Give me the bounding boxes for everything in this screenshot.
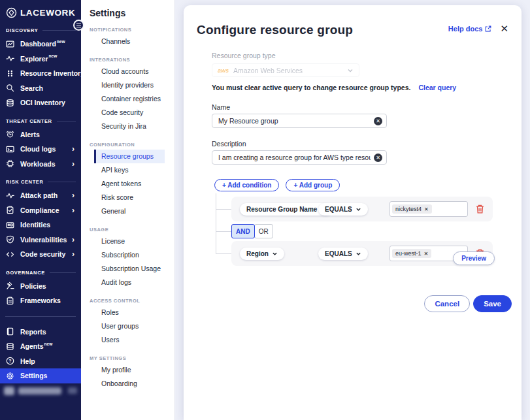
settings-section-label: NOTIFICATIONS: [90, 27, 174, 33]
sidebar-item-reports[interactable]: Reports: [0, 325, 81, 340]
settings-nav-title: Settings: [90, 8, 174, 18]
sidebar-item-explorer[interactable]: Explorer new: [0, 52, 81, 67]
settings-nav-item-general[interactable]: General: [94, 204, 174, 218]
tag-remove-icon[interactable]: ✕: [424, 251, 429, 257]
sidebar-item-code-security[interactable]: Code security ›: [0, 247, 81, 262]
logic-and-button[interactable]: AND: [231, 224, 255, 238]
chevron-down-icon: [347, 67, 354, 74]
oci-inventory-icon: [6, 99, 14, 107]
settings-nav-item-license[interactable]: License: [94, 234, 174, 248]
sidebar-section-label: RISK CENTER: [6, 179, 43, 185]
settings-nav-item-my-profile[interactable]: My profile: [94, 363, 174, 377]
add-group-button[interactable]: + Add group: [286, 179, 340, 191]
new-badge: new: [49, 54, 58, 58]
sidebar-item-compliance[interactable]: Compliance ›: [0, 203, 81, 218]
logic-operator-toggle: ANDOR: [231, 224, 508, 238]
chevron-right-icon: ›: [72, 192, 81, 199]
settings-nav-item-code-security[interactable]: Code security: [94, 106, 174, 120]
chevron-right-icon: ›: [72, 251, 81, 257]
workloads-icon: [6, 159, 14, 168]
close-icon[interactable]: ✕: [500, 25, 508, 33]
tag-remove-icon[interactable]: ✕: [424, 206, 429, 212]
svg-text:?: ?: [8, 359, 11, 363]
save-button[interactable]: Save: [473, 295, 512, 312]
settings-nav-item-identity-providers[interactable]: Identity providers: [94, 78, 174, 92]
settings-nav: Settings NOTIFICATIONS Channels INTEGRAT…: [81, 0, 175, 420]
name-input[interactable]: [212, 114, 387, 128]
clear-description-icon[interactable]: ✕: [374, 153, 382, 162]
logic-or-button[interactable]: OR: [254, 224, 273, 238]
cancel-button[interactable]: Cancel: [424, 295, 470, 312]
sidebar-item-alerts[interactable]: Alerts: [0, 127, 81, 142]
settings-nav-item-channels[interactable]: Channels: [94, 35, 174, 48]
description-label: Description: [212, 140, 508, 148]
sidebar-item-resource-inventory[interactable]: Resource Inventory: [0, 66, 81, 81]
new-badge: new: [44, 342, 53, 346]
sidebar-item-oci-inventory[interactable]: OCI Inventory: [0, 95, 81, 110]
settings-nav-item-api-keys[interactable]: API keys: [94, 163, 174, 177]
policies-icon: [6, 282, 14, 290]
help-docs-link[interactable]: Help docs: [448, 25, 492, 33]
sidebar-item-frameworks[interactable]: Frameworks: [0, 293, 81, 308]
condition-operator-select[interactable]: EQUALS: [318, 248, 368, 260]
sidebar-item-attack-path[interactable]: Attack path ›: [0, 188, 81, 203]
chevron-down-icon: [356, 206, 361, 212]
sidebar-divider: [5, 316, 76, 317]
settings-nav-item-resource-groups[interactable]: Resource groups: [94, 150, 165, 163]
sidebar-item-vulnerabilities[interactable]: Vulnerabilities ›: [0, 233, 81, 248]
settings-nav-item-onboarding[interactable]: Onboarding: [94, 377, 174, 391]
settings-nav-item-risk-score[interactable]: Risk score: [94, 191, 174, 204]
settings-nav-item-subscription[interactable]: Subscription: [94, 248, 174, 262]
sidebar-collapse-button[interactable]: [73, 20, 84, 31]
sidebar-item-policies[interactable]: Policies: [0, 279, 81, 294]
clear-query-link[interactable]: Clear query: [418, 84, 456, 91]
reports-icon: [6, 327, 14, 336]
condition-value-input[interactable]: nickytest4 ✕: [389, 201, 468, 217]
sidebar-item-agents[interactable]: Agents new: [0, 339, 81, 354]
sidebar-item-search[interactable]: Search: [0, 81, 81, 96]
name-label: Name: [212, 103, 508, 111]
value-tag: nickytest4 ✕: [392, 204, 432, 214]
lacework-logo-icon: [6, 7, 17, 18]
sidebar-item-identities[interactable]: Identities: [0, 218, 81, 233]
user-account-redacted[interactable]: [0, 383, 81, 395]
frameworks-icon: [6, 297, 14, 305]
sidebar-item-workloads[interactable]: Workloads ›: [0, 157, 81, 172]
sidebar-item-settings[interactable]: Settings: [0, 368, 81, 383]
settings-nav-item-audit-logs[interactable]: Audit logs: [94, 276, 174, 289]
clear-query-warning: You must clear active query to change re…: [212, 84, 410, 91]
lacework-logo[interactable]: LACEWORK: [0, 0, 81, 18]
settings-section-label: MY SETTINGS: [90, 355, 174, 361]
code-security-icon: [6, 250, 14, 259]
trash-icon: [475, 204, 485, 214]
vulnerabilities-icon: [6, 235, 14, 244]
description-input[interactable]: [212, 150, 387, 165]
resource-group-type-select[interactable]: aws Amazon Web Services: [212, 63, 359, 77]
value-tag: eu-west-1 ✕: [392, 249, 431, 258]
settings-nav-item-agent-tokens[interactable]: Agent tokens: [94, 177, 174, 191]
page-title: Configure resource group: [197, 23, 353, 37]
condition-row: Resource Group Name EQUALS nickytest4 ✕: [231, 197, 493, 221]
settings-nav-item-cloud-accounts[interactable]: Cloud accounts: [94, 65, 174, 78]
settings-nav-item-subscription-usage[interactable]: Subscription Usage: [94, 262, 174, 276]
settings-nav-item-user-groups[interactable]: User groups: [94, 319, 174, 333]
condition-field-select[interactable]: Region: [240, 248, 284, 260]
help-icon: ?: [6, 357, 14, 365]
clear-name-icon[interactable]: ✕: [374, 117, 382, 125]
chevron-right-icon: ›: [72, 207, 81, 214]
settings-nav-item-security-in-jira[interactable]: Security in Jira: [94, 120, 174, 133]
sidebar-item-help[interactable]: ? Help: [0, 354, 81, 369]
search-icon: [6, 84, 14, 92]
settings-nav-item-roles[interactable]: Roles: [94, 306, 174, 319]
delete-condition-button[interactable]: [475, 204, 485, 214]
resource-inventory-icon: [6, 69, 14, 78]
add-condition-button[interactable]: + Add condition: [214, 179, 279, 191]
settings-section-label: USAGE: [90, 227, 174, 233]
sidebar-item-dashboard[interactable]: Dashboard new: [0, 37, 81, 52]
settings-nav-item-users[interactable]: Users: [94, 333, 174, 347]
chevron-down-icon: [356, 251, 361, 257]
preview-button[interactable]: Preview: [453, 251, 495, 265]
settings-nav-item-container-registries[interactable]: Container registries: [94, 92, 174, 106]
condition-operator-select[interactable]: EQUALS: [318, 203, 368, 216]
sidebar-item-cloud-logs[interactable]: Cloud logs ›: [0, 142, 81, 157]
